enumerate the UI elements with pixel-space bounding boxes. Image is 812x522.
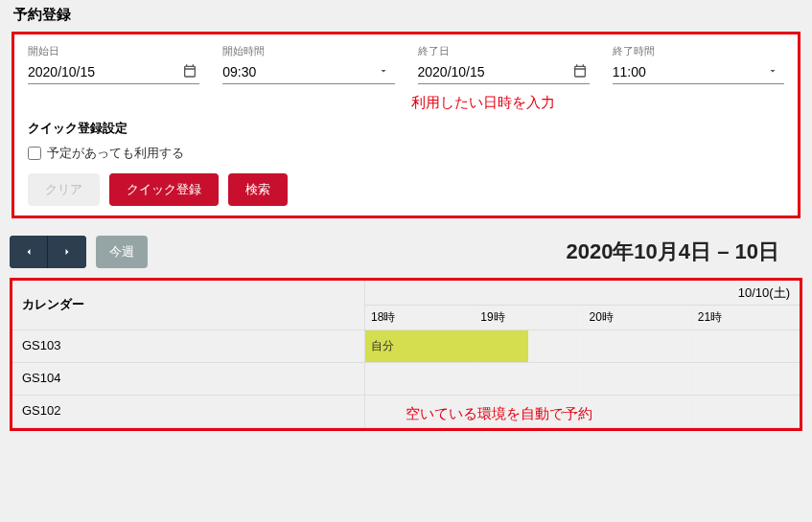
start-date-input[interactable] <box>28 60 199 84</box>
clear-button[interactable]: クリア <box>28 173 100 206</box>
start-time-label: 開始時間 <box>222 44 394 58</box>
time-label: 20時 <box>583 306 691 329</box>
override-checkbox[interactable] <box>28 147 41 160</box>
chevron-down-icon[interactable] <box>378 63 393 79</box>
calendar-icon[interactable] <box>182 63 197 79</box>
time-slot[interactable] <box>691 396 800 427</box>
end-date-label: 終了日 <box>418 44 590 58</box>
time-slot[interactable] <box>691 363 800 395</box>
start-date-label: 開始日 <box>28 44 199 58</box>
time-label: 18時 <box>365 306 474 329</box>
this-week-button[interactable]: 今週 <box>96 236 148 268</box>
quick-register-button[interactable]: クイック登録 <box>109 173 219 206</box>
time-slot[interactable] <box>474 363 582 395</box>
time-label: 21時 <box>691 306 800 329</box>
annotation-datetime: 利用したい日時を入力 <box>411 94 784 112</box>
time-slot[interactable] <box>583 363 691 395</box>
list-item[interactable]: GS103 <box>12 330 364 363</box>
calendar-date-range: 2020年10月4日 – 10日 <box>566 238 802 266</box>
calendar-time-header: 18時 19時 20時 21時 <box>365 306 800 330</box>
table-row: 自分 <box>365 330 800 363</box>
chevron-down-icon[interactable] <box>767 63 782 79</box>
list-item[interactable]: GS104 <box>12 363 364 396</box>
time-slot[interactable] <box>583 330 691 362</box>
calendar-event-self[interactable]: 自分 <box>365 330 528 362</box>
calendar-nav-group <box>10 236 86 268</box>
list-item[interactable]: GS102 <box>12 396 364 428</box>
time-label: 19時 <box>474 306 582 329</box>
end-date-field: 終了日 <box>418 44 590 84</box>
calendar-day-header: 10/10(土) <box>365 281 800 306</box>
calendar-toolbar: 今週 2020年10月4日 – 10日 <box>10 236 802 268</box>
calendar-column-header: カレンダー <box>12 281 364 330</box>
start-time-field: 開始時間 <box>222 44 394 84</box>
end-time-label: 終了時間 <box>613 44 784 58</box>
start-time-input[interactable] <box>222 60 394 84</box>
end-time-input[interactable] <box>613 60 784 84</box>
time-slot[interactable] <box>365 363 474 395</box>
page-title: 予約登録 <box>10 6 802 24</box>
end-time-field: 終了時間 <box>613 44 784 84</box>
calendar-icon[interactable] <box>572 63 588 79</box>
annotation-auto-reserve: 空いている環境を自動で予約 <box>406 405 592 423</box>
override-checkbox-row[interactable]: 予定があっても利用する <box>28 145 784 162</box>
next-button[interactable] <box>48 236 86 268</box>
search-button[interactable]: 検索 <box>228 173 288 206</box>
end-date-input[interactable] <box>418 60 590 84</box>
override-checkbox-label: 予定があっても利用する <box>47 145 184 162</box>
time-slot[interactable] <box>583 396 691 427</box>
table-row <box>365 363 800 396</box>
time-slot[interactable] <box>691 330 800 362</box>
reservation-form: 開始日 開始時間 終了日 終了時間 <box>12 32 800 218</box>
quick-settings-title: クイック登録設定 <box>28 120 784 137</box>
start-date-field: 開始日 <box>28 44 199 84</box>
calendar-grid: 空いている環境を自動で予約 カレンダー GS103 GS104 GS102 10… <box>10 278 802 431</box>
prev-button[interactable] <box>10 236 48 268</box>
